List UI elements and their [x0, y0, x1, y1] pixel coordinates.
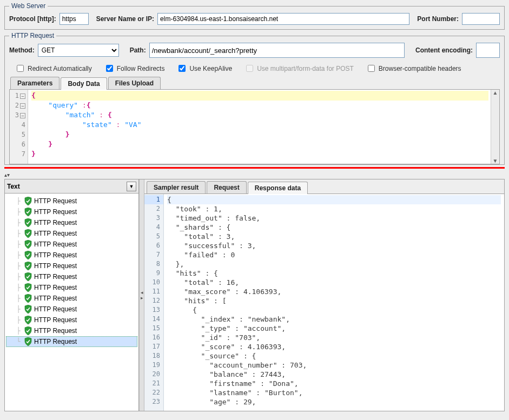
tree-item[interactable]: ├HTTP Request: [6, 228, 137, 239]
tree-item[interactable]: ├HTTP Request: [6, 282, 137, 293]
redirect-auto-box[interactable]: [17, 65, 24, 72]
tree-item[interactable]: ├HTTP Request: [6, 250, 137, 261]
red-divider: [4, 167, 505, 169]
tree-item-label: HTTP Request: [34, 241, 77, 248]
tree-item-label: HTTP Request: [34, 338, 77, 345]
tree-item[interactable]: ├HTTP Request: [6, 206, 137, 217]
tree-item-label: HTTP Request: [34, 316, 77, 324]
tree-branch-icon: ├: [15, 305, 22, 313]
method-select[interactable]: GET: [38, 44, 119, 57]
keepalive-box[interactable]: [179, 65, 186, 72]
port-label: Port Number:: [417, 15, 459, 23]
response-viewer[interactable]: 1234567891011121314151617181920212223 { …: [144, 194, 504, 411]
method-label: Method:: [9, 46, 35, 54]
tab-request[interactable]: Request: [207, 181, 246, 194]
multipart-check: Use multipart/form-data for POST: [244, 63, 354, 74]
keepalive-check[interactable]: Use KeepAlive: [176, 63, 232, 74]
tree-branch-icon: ├: [15, 273, 22, 281]
tree-item[interactable]: ├HTTP Request: [6, 325, 137, 336]
server-name-input[interactable]: [157, 13, 409, 25]
tree-branch-icon: ├: [15, 219, 22, 226]
body-gutter: 1−2−3−4567: [10, 90, 28, 164]
success-shield-icon: [24, 218, 32, 227]
content-encoding-input[interactable]: [476, 43, 500, 58]
port-input[interactable]: [462, 13, 500, 25]
tree-item-label: HTTP Request: [34, 230, 77, 237]
follow-redirects-check[interactable]: Follow Redirects: [104, 63, 165, 74]
content-encoding-label: Content encoding:: [415, 46, 473, 54]
tab-response-data[interactable]: Response data: [248, 182, 308, 194]
tree-item[interactable]: ├HTTP Request: [6, 271, 137, 282]
success-shield-icon: [24, 337, 32, 346]
http-request-group: HTTP Request Method: GET Path: Content e…: [4, 32, 505, 165]
follow-redirects-box[interactable]: [106, 65, 113, 72]
tree-branch-icon: ├: [15, 208, 22, 216]
protocol-input[interactable]: [60, 13, 89, 25]
tree-item-label: HTTP Request: [34, 208, 77, 216]
path-label: Path:: [130, 46, 146, 54]
pane-toggle-icon[interactable]: ▴▾: [4, 172, 505, 178]
tree-branch-icon: └: [15, 338, 22, 345]
results-detail-pane: Sampler result Request Response data 123…: [144, 179, 504, 411]
tree-item-label: HTTP Request: [34, 295, 77, 302]
response-gutter: 1234567891011121314151617181920212223: [144, 194, 164, 411]
success-shield-icon: [24, 305, 32, 314]
success-shield-icon: [24, 316, 32, 324]
success-shield-icon: [24, 294, 32, 303]
tree-branch-icon: ├: [15, 262, 22, 270]
web-server-legend: Web Server: [9, 2, 48, 10]
browser-compat-check[interactable]: Browser-compatible headers: [366, 63, 461, 74]
success-shield-icon: [24, 197, 32, 205]
tree-item[interactable]: ├HTTP Request: [6, 239, 137, 250]
tree-item-label: HTTP Request: [34, 273, 77, 281]
tree-item[interactable]: ├HTTP Request: [6, 304, 137, 315]
tree-item-label: HTTP Request: [34, 197, 77, 205]
browser-compat-box[interactable]: [368, 65, 375, 72]
tree-item[interactable]: ├HTTP Request: [6, 217, 137, 228]
results-split-pane: Text ▼ ├HTTP Request├HTTP Request├HTTP R…: [4, 179, 505, 411]
success-shield-icon: [24, 251, 32, 259]
success-shield-icon: [24, 272, 32, 281]
tree-item-label: HTTP Request: [34, 219, 77, 226]
tree-item[interactable]: ├HTTP Request: [6, 196, 137, 206]
tree-item[interactable]: ├HTTP Request: [6, 261, 137, 271]
tree-branch-icon: ├: [15, 251, 22, 259]
redirect-auto-check[interactable]: Redirect Automatically: [15, 63, 92, 74]
tree-item-label: HTTP Request: [34, 327, 77, 335]
body-editor[interactable]: 1−2−3−4567 { "query" :{ "match" : { "sta…: [9, 90, 500, 164]
path-input[interactable]: [149, 43, 405, 58]
success-shield-icon: [24, 262, 32, 270]
success-shield-icon: [24, 283, 32, 292]
results-view-dropdown[interactable]: ▼: [127, 182, 136, 191]
vertical-splitter[interactable]: ◂▸: [139, 179, 144, 411]
body-scrollbar[interactable]: ▲▼: [491, 90, 499, 164]
tree-item[interactable]: └HTTP Request: [6, 336, 137, 347]
tree-item[interactable]: ├HTTP Request: [6, 315, 137, 325]
tree-branch-icon: ├: [15, 284, 22, 291]
tab-parameters[interactable]: Parameters: [10, 77, 60, 89]
tree-branch-icon: ├: [15, 197, 22, 205]
tree-item[interactable]: ├HTTP Request: [6, 293, 137, 304]
success-shield-icon: [24, 229, 32, 238]
success-shield-icon: [24, 326, 32, 335]
tree-branch-icon: ├: [15, 295, 22, 302]
results-tabs: Sampler result Request Response data: [144, 179, 504, 194]
body-code[interactable]: { "query" :{ "match" : { "state" : "VA" …: [28, 90, 491, 164]
tree-item-label: HTTP Request: [34, 284, 77, 291]
results-view-title: Text: [7, 183, 127, 190]
tab-body-data[interactable]: Body Data: [61, 77, 107, 90]
tree-branch-icon: ├: [15, 230, 22, 237]
server-name-label: Server Name or IP:: [96, 15, 154, 23]
request-body-tabs: Parameters Body Data Files Upload: [9, 77, 500, 90]
tab-sampler-result[interactable]: Sampler result: [147, 181, 206, 194]
tree-branch-icon: ├: [15, 327, 22, 335]
tree-item-label: HTTP Request: [34, 305, 77, 313]
response-code[interactable]: { "took" : 1, "timed_out" : false, "_sha…: [164, 194, 504, 411]
results-tree[interactable]: ├HTTP Request├HTTP Request├HTTP Request├…: [5, 194, 138, 411]
success-shield-icon: [24, 240, 32, 249]
success-shield-icon: [24, 208, 32, 216]
web-server-group: Web Server Protocol [http]: Server Name …: [4, 2, 505, 30]
tab-files-upload[interactable]: Files Upload: [108, 77, 161, 89]
multipart-box: [246, 65, 253, 72]
tree-branch-icon: ├: [15, 241, 22, 248]
